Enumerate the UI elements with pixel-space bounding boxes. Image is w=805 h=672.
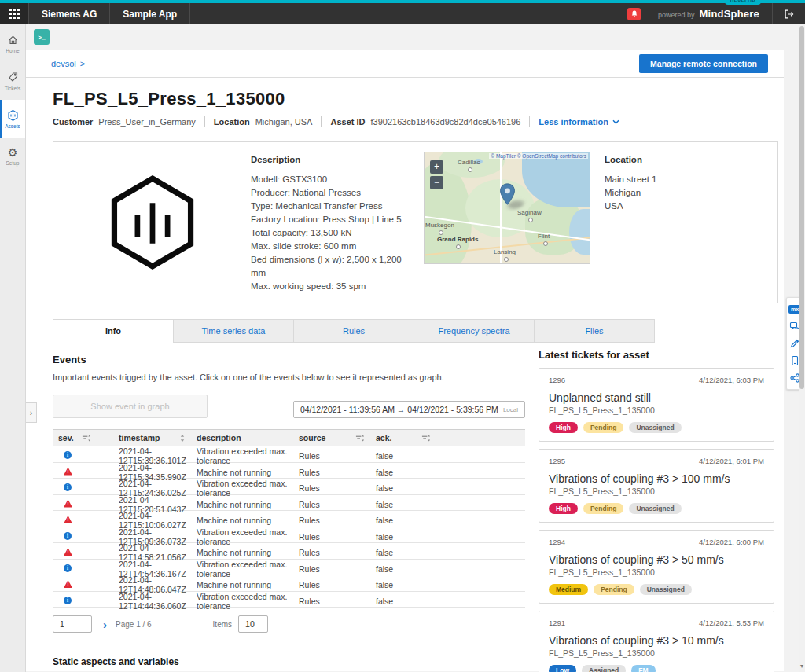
- description-line: Max. slide stroke: 600 mm: [251, 240, 417, 253]
- ticket-id: 1291: [549, 619, 565, 627]
- table-pagination: › Page 1 / 6 Items: [53, 615, 525, 633]
- events-table: sev. timestamp description s: [53, 429, 525, 608]
- next-page-chevron-icon[interactable]: ›: [103, 619, 107, 630]
- ticket-title: Vibrations of coupling #3 > 50 mm/s: [549, 553, 764, 566]
- date-range-picker[interactable]: 04/12/2021 - 11:39:56 AM → 04/12/2021 - …: [293, 401, 525, 418]
- show-event-in-graph-button[interactable]: Show event in graph: [53, 395, 208, 418]
- severity-icon: [64, 468, 72, 476]
- ticket-id: 1294: [549, 538, 565, 546]
- static-aspects-title: Static aspects and variables: [53, 656, 525, 667]
- location-line: Main street 1: [605, 173, 656, 186]
- location-value: Michigan, USA: [255, 117, 313, 127]
- app-switcher-button[interactable]: [0, 3, 29, 24]
- event-row[interactable]: 2021-04-12T15:24:36.025Z Vibration excee…: [53, 479, 525, 495]
- scroll-down-arrow-icon[interactable]: ▾: [799, 663, 805, 670]
- assignee-badge: Unassigned: [640, 584, 692, 595]
- assignee-badge: Unassigned: [629, 422, 681, 433]
- event-row[interactable]: 2021-04-12T15:09:36.073Z Vibration excee…: [53, 527, 525, 544]
- nav-tab-sample-app[interactable]: Sample App: [110, 3, 190, 24]
- priority-badge: Medium: [549, 584, 588, 595]
- ticket-id: 1295: [549, 457, 565, 465]
- terminal-shortcut-button[interactable]: >_: [34, 29, 50, 45]
- tab-time-series-data[interactable]: Time series data: [173, 319, 294, 343]
- severity-icon: [64, 564, 72, 572]
- event-row[interactable]: 2021-04-12T14:54:36.167Z Vibration excee…: [53, 560, 525, 576]
- app-window: Siemens AG Sample App powered by MindSph…: [0, 0, 805, 672]
- tab-files[interactable]: Files: [534, 319, 655, 343]
- event-row[interactable]: 2021-04-12T14:44:36.060Z Vibration excee…: [53, 592, 525, 608]
- filter-sort-icon[interactable]: [421, 434, 431, 442]
- less-information-link[interactable]: Less information: [539, 117, 619, 127]
- location-line: Michigan: [605, 186, 656, 200]
- column-header-source[interactable]: source: [299, 433, 376, 442]
- items-per-page-input[interactable]: [238, 615, 268, 633]
- scrollbar-thumb[interactable]: [799, 26, 804, 389]
- description-line: Max. working speed: 35 spm: [251, 280, 417, 293]
- map-zoom-in-button[interactable]: +: [430, 160, 443, 174]
- logout-icon: [783, 9, 795, 20]
- column-header-description[interactable]: description: [197, 433, 299, 442]
- page-scrollbar[interactable]: ▾: [799, 24, 805, 672]
- page-number-input[interactable]: [53, 615, 92, 633]
- location-label: Location: [214, 117, 250, 127]
- filter-sort-icon[interactable]: [355, 434, 365, 442]
- description-line: Total capacity: 13,500 kN: [251, 226, 417, 240]
- ticket-card[interactable]: 1296 4/12/2021, 6:03 PM Unplanned stand …: [539, 368, 774, 442]
- page-title: FL_PS_L5_Press_1_135000: [53, 89, 784, 109]
- tab-info[interactable]: Info: [53, 319, 174, 343]
- tab-frequency-spectra[interactable]: Frequency spectra: [414, 319, 535, 343]
- ticket-title: Unplanned stand still: [549, 391, 764, 404]
- ticket-card[interactable]: 1295 4/12/2021, 6:01 PM Vibrations of co…: [539, 449, 774, 523]
- sidebar-item-label: Assets: [5, 123, 20, 129]
- logout-button[interactable]: [772, 3, 805, 24]
- sort-icon[interactable]: [179, 434, 186, 442]
- events-table-header: sev. timestamp description s: [53, 429, 525, 446]
- tab-rules[interactable]: Rules: [293, 319, 414, 343]
- main-content-area: >_ devsol > Manage remote connection › F…: [26, 24, 784, 672]
- column-header-sev[interactable]: sev.: [53, 433, 119, 442]
- nav-tab-siemens-ag[interactable]: Siemens AG: [29, 3, 110, 24]
- ticket-card[interactable]: 1291 4/12/2021, 5:53 PM Vibrations of co…: [539, 611, 774, 672]
- status-badge: Assigned: [582, 665, 626, 672]
- sidebar-item-home[interactable]: Home: [0, 24, 25, 62]
- map-road: [500, 152, 502, 264]
- assignee-badge: FM: [631, 665, 655, 672]
- sidebar-item-setup[interactable]: ⚙ Setup: [0, 138, 25, 175]
- notifications-button[interactable]: [627, 8, 641, 20]
- powered-by-text: powered by: [658, 11, 695, 19]
- develop-tag: DEVELOP: [725, 0, 761, 5]
- chevron-down-icon: [612, 119, 619, 124]
- filter-sort-icon[interactable]: [82, 434, 91, 442]
- home-icon: [7, 34, 19, 46]
- asset-id-label: Asset ID: [330, 117, 365, 127]
- tickets-panel: Latest tickets for asset 1296 4/12/2021,…: [539, 349, 774, 672]
- event-row[interactable]: 2021-04-12T15:39:36.101Z Vibration excee…: [53, 446, 525, 463]
- map-zoom-out-button[interactable]: −: [430, 176, 443, 189]
- manage-remote-connection-button[interactable]: Manage remote connection: [639, 54, 768, 73]
- asset-type-hexagon-icon: [104, 174, 201, 271]
- description-line: Type: Mechanical Transfer Press: [251, 200, 417, 213]
- location-title: Location: [605, 153, 656, 167]
- map-city-label: Muskegon: [425, 222, 454, 229]
- location-map[interactable]: Cadillac Saginaw Muskegon Grand Rapids F…: [424, 152, 590, 264]
- ticket-datetime: 4/12/2021, 6:00 PM: [699, 538, 764, 546]
- ticket-asset: FL_PS_L5_Press_1_135000: [549, 567, 764, 577]
- location-line: USA: [605, 200, 656, 213]
- breadcrumb-link-devsol[interactable]: devsol: [51, 59, 76, 68]
- column-header-ack[interactable]: ack.: [376, 433, 525, 442]
- brand-name: MindSphere: [700, 8, 759, 20]
- description-title: Description: [251, 153, 417, 167]
- sidebar-item-label: Home: [6, 48, 19, 53]
- asset-image: [53, 152, 251, 293]
- event-row[interactable]: 2021-04-12T15:10:06.027Z Machine not run…: [53, 511, 525, 527]
- asset-hexagon-icon: [7, 109, 19, 121]
- asset-id-value: f3902163cb18463d9c82d4dce0546196: [370, 117, 520, 127]
- panel-expand-toggle[interactable]: ›: [25, 402, 37, 423]
- ticket-card[interactable]: 1294 4/12/2021, 6:00 PM Vibrations of co…: [539, 530, 774, 604]
- items-per-page-label: Items: [213, 620, 232, 629]
- column-header-timestamp[interactable]: timestamp: [119, 433, 197, 442]
- sidebar-item-tickets[interactable]: Tickets: [0, 62, 25, 100]
- sidebar-item-assets[interactable]: Assets: [0, 100, 25, 138]
- description-line: Modell: GSTX3100: [251, 173, 417, 186]
- severity-icon: [64, 580, 72, 588]
